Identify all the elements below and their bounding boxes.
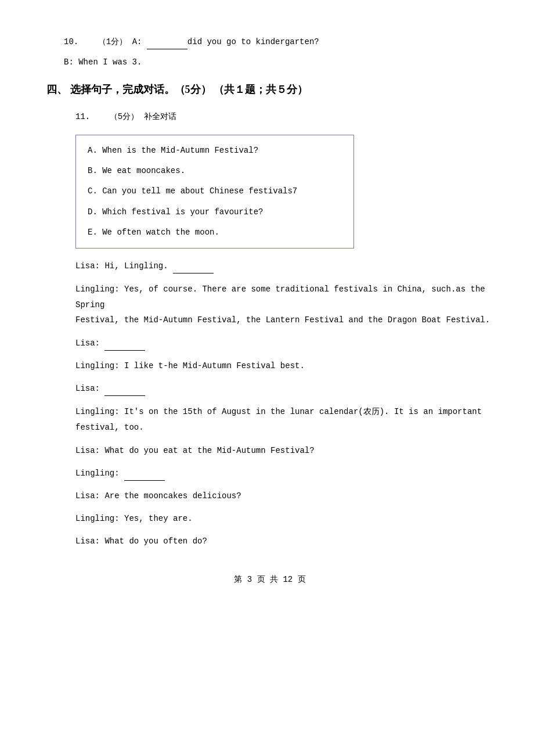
q10-points: （1分） xyxy=(98,37,127,46)
option-b: B. We eat mooncakes. xyxy=(88,164,342,178)
q11-points: （5分） xyxy=(110,112,139,121)
q11-instruction: 补全对话 xyxy=(144,112,176,121)
dialog-line-11: Lisa: What do you often do? xyxy=(46,534,493,549)
question-10-text-b: B: When I was 3. xyxy=(46,55,493,70)
dialog-line-7: Lisa: What do you eat at the Mid-Autumn … xyxy=(46,444,493,458)
q11-label: 11. xyxy=(75,112,90,121)
dialog-line-1: Lisa: Hi, Lingling. xyxy=(46,259,493,273)
dialog-line-5: Lisa: xyxy=(46,381,493,396)
q10-a-text: A: did you go to kindergarten? xyxy=(132,37,319,46)
question-10-text-a: 10. （1分） A: did you go to kindergarten? xyxy=(46,35,493,49)
dialog-line-10: Lingling: Yes, they are. xyxy=(46,512,493,526)
option-e: E. We often watch the moon. xyxy=(88,225,342,240)
section-4-header: 四、 选择句子，完成对话。（5分） （共１题；共５分） xyxy=(46,80,493,99)
dialog-line-8: Lingling: xyxy=(46,466,493,481)
question-11-header: 11. （5分） 补全对话 xyxy=(46,110,493,124)
dialog-line-6-wrap: Lingling: It's on the 15th of August in … xyxy=(46,404,493,435)
page-footer: 第 3 页 共 12 页 xyxy=(46,573,493,587)
dialog-line-9: Lisa: Are the mooncakes delicious? xyxy=(46,489,493,503)
footer-text: 第 3 页 共 12 页 xyxy=(234,575,305,584)
question-10: 10. （1分） A: did you go to kindergarten? … xyxy=(46,35,493,70)
options-box: A. When is the Mid-Autumn Festival? B. W… xyxy=(75,135,354,249)
q10-label: 10. xyxy=(64,37,78,46)
dialog-line-4: Lingling: I like t-he Mid-Autumn Festiva… xyxy=(46,359,493,373)
option-c: C. Can you tell me about Chinese festiva… xyxy=(88,184,342,199)
option-d: D. Which festival is your favourite? xyxy=(88,205,342,219)
dialog-line-3: Lisa: xyxy=(46,336,493,351)
option-a: A. When is the Mid-Autumn Festival? xyxy=(88,143,342,158)
q10-b-text: B: When I was 3. xyxy=(64,57,142,67)
section-4-title: 四、 选择句子，完成对话。（5分） （共１题；共５分） xyxy=(46,84,308,95)
dialog-line-2-wrap: Lingling: Yes, of course. There are some… xyxy=(46,282,493,328)
